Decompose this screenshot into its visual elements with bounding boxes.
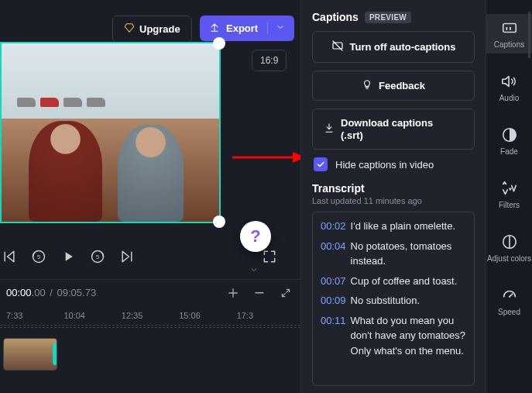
play-button[interactable]	[60, 249, 76, 264]
export-button[interactable]: Export	[200, 16, 294, 41]
rewind-5-icon[interactable]: 5	[31, 249, 46, 264]
aspect-ratio-button[interactable]: 16:9	[252, 50, 287, 71]
collapse-chevron-icon[interactable]	[248, 265, 260, 277]
captions-panel: Captions PREVIEW Turn off auto-captions …	[300, 0, 486, 393]
skip-forward-icon[interactable]	[119, 249, 135, 264]
transcript-line[interactable]: 00:09No substitution.	[321, 293, 466, 309]
feedback-button[interactable]: Feedback	[312, 71, 475, 101]
ruler-mark: 10:04	[63, 311, 121, 320]
time-row: 00:00.00 / 09:05.73 −	[0, 279, 300, 305]
video-thumbnail	[2, 43, 219, 222]
svg-text:5: 5	[37, 253, 40, 260]
question-icon: ?	[250, 226, 260, 246]
speed-icon	[500, 286, 519, 305]
adjust-colors-icon	[500, 233, 519, 251]
rail-item-captions[interactable]: Captions	[486, 14, 532, 53]
download-captions-button[interactable]: Download captions (.srt)	[312, 109, 475, 150]
right-rail: Captions Audio Fade Filters Adjust color…	[486, 0, 532, 393]
svg-text:5: 5	[96, 253, 99, 260]
transcript-line[interactable]: 00:07Cup of coffee and toast.	[321, 274, 466, 289]
captions-header: Captions PREVIEW	[312, 11, 475, 23]
video-frame[interactable]	[0, 42, 221, 223]
timeline-track[interactable]	[0, 327, 300, 374]
timeline-ruler[interactable]: 7:33 10:04 12:35 15:06 17:3	[0, 305, 300, 326]
rail-item-speed[interactable]: Speed	[486, 281, 532, 321]
transcript-line[interactable]: 00:04No potatoes, tomatoes instead.	[321, 239, 466, 269]
ruler-mark: 7:33	[6, 311, 63, 320]
preview-area: 16:9	[0, 42, 287, 232]
fullscreen-icon[interactable]	[262, 249, 277, 264]
hide-captions-row: Hide captions in video	[314, 157, 475, 171]
captions-off-icon	[331, 40, 344, 54]
captions-icon	[500, 19, 519, 37]
help-button[interactable]: ?	[240, 221, 271, 252]
resize-handle-top-right[interactable]	[213, 37, 225, 50]
clip-thumbnail[interactable]	[3, 338, 57, 371]
turn-off-auto-captions-button[interactable]: Turn off auto-captions	[312, 31, 475, 63]
timecode-display: 00:00.00 / 09:05.73	[6, 287, 96, 298]
ruler-mark: 15:06	[179, 311, 236, 320]
upgrade-label: Upgrade	[139, 23, 180, 35]
rail-item-fade[interactable]: Fade	[486, 121, 532, 160]
transcript-updated: Last updated 11 minutes ago	[312, 196, 475, 205]
ruler-mark: 17:3	[237, 311, 294, 320]
filters-icon	[500, 179, 519, 198]
check-icon	[316, 160, 325, 169]
rail-item-adjust-colors[interactable]: Adjust colors	[486, 228, 532, 267]
fit-timeline-button[interactable]	[277, 284, 294, 302]
export-label: Export	[226, 22, 258, 34]
hide-captions-checkbox[interactable]	[314, 157, 328, 171]
download-icon	[324, 122, 335, 136]
transcript-line[interactable]: 00:02I'd like a plain omelette.	[321, 219, 466, 234]
upgrade-button[interactable]: Upgrade	[112, 16, 192, 43]
skip-back-icon[interactable]	[2, 249, 17, 264]
upload-icon	[209, 22, 220, 35]
rail-item-filters[interactable]: Filters	[486, 174, 532, 214]
preview-badge: PREVIEW	[365, 12, 411, 23]
transcript-list[interactable]: 00:02I'd like a plain omelette. 00:04No …	[312, 212, 475, 386]
lightbulb-icon	[362, 79, 372, 92]
svg-point-10	[509, 296, 510, 298]
duration-time: 09:05	[57, 287, 83, 298]
rail-item-audio[interactable]: Audio	[486, 67, 532, 107]
captions-title: Captions	[312, 11, 359, 23]
scrollbar[interactable]	[528, 12, 530, 58]
transcript-title: Transcript	[312, 182, 475, 195]
forward-5-icon[interactable]: 5	[90, 249, 105, 264]
resize-handle-bottom-right[interactable]	[213, 215, 225, 228]
chevron-down-icon	[267, 22, 285, 34]
diamond-icon	[124, 22, 135, 36]
hide-captions-label: Hide captions in video	[335, 159, 434, 171]
current-time: 00:00	[6, 287, 32, 298]
transcript-line[interactable]: 00:11What do you mean you don't have any…	[321, 313, 466, 359]
add-button[interactable]	[225, 284, 242, 302]
audio-icon	[500, 72, 519, 91]
zoom-out-button[interactable]: −	[251, 284, 268, 302]
ruler-mark: 12:35	[122, 311, 179, 320]
fade-icon	[500, 126, 519, 144]
